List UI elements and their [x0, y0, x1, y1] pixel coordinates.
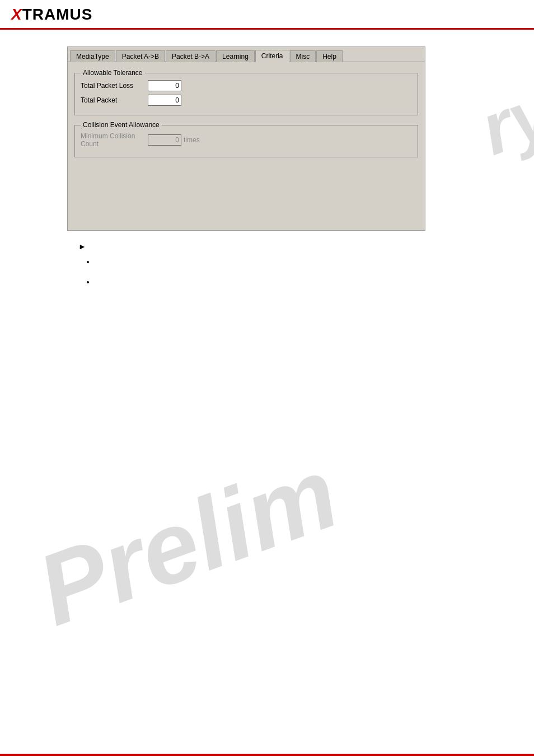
- minimum-collision-count-row: Minimum Collision Count times: [81, 132, 412, 148]
- total-packet-label: Total Packet: [81, 96, 148, 104]
- tab-learning[interactable]: Learning: [216, 50, 255, 62]
- tab-bar: MediaType Packet A->B Packet B->A Learni…: [68, 47, 425, 62]
- total-packet-loss-input[interactable]: [148, 80, 181, 91]
- collision-event-legend: Collision Event Allowance: [81, 121, 162, 129]
- total-packet-loss-row: Total Packet Loss: [81, 80, 412, 91]
- footer-bar: [0, 754, 534, 756]
- collision-event-group: Collision Event Allowance Minimum Collis…: [74, 121, 418, 157]
- tab-panel: MediaType Packet A->B Packet B->A Learni…: [67, 46, 425, 231]
- times-label: times: [184, 136, 200, 144]
- total-packet-input[interactable]: [148, 95, 181, 106]
- tab-mediatype[interactable]: MediaType: [70, 50, 115, 62]
- content-section: ►: [67, 242, 517, 287]
- criteria-panel: Allowable Tolerance Total Packet Loss To…: [68, 62, 425, 230]
- main-content: MediaType Packet A->B Packet B->A Learni…: [0, 30, 534, 307]
- bullet-item-2: [95, 277, 517, 288]
- tab-packet-ab[interactable]: Packet A->B: [116, 50, 165, 62]
- allowable-tolerance-group: Allowable Tolerance Total Packet Loss To…: [74, 69, 418, 115]
- minimum-collision-count-label: Minimum Collision Count: [81, 132, 148, 148]
- tab-criteria[interactable]: Criteria: [255, 50, 289, 62]
- minimum-collision-count-input[interactable]: [148, 134, 181, 146]
- bullet-item-1: [95, 256, 517, 268]
- total-packet-row: Total Packet: [81, 95, 412, 106]
- allowable-tolerance-legend: Allowable Tolerance: [81, 69, 145, 77]
- bullet-list: [78, 256, 517, 287]
- logo-tramus: TRAMUS: [22, 6, 93, 23]
- tab-misc[interactable]: Misc: [290, 50, 316, 62]
- logo-x: X: [11, 6, 22, 23]
- total-packet-loss-label: Total Packet Loss: [81, 82, 148, 90]
- watermark: Prelim: [23, 434, 352, 648]
- header: XTRAMUS: [0, 0, 534, 30]
- logo: XTRAMUS: [11, 6, 92, 24]
- arrow-symbol: ►: [78, 242, 86, 251]
- tab-packet-ba[interactable]: Packet B->A: [166, 50, 216, 62]
- tab-help[interactable]: Help: [316, 50, 343, 62]
- arrow-item: ►: [78, 242, 517, 251]
